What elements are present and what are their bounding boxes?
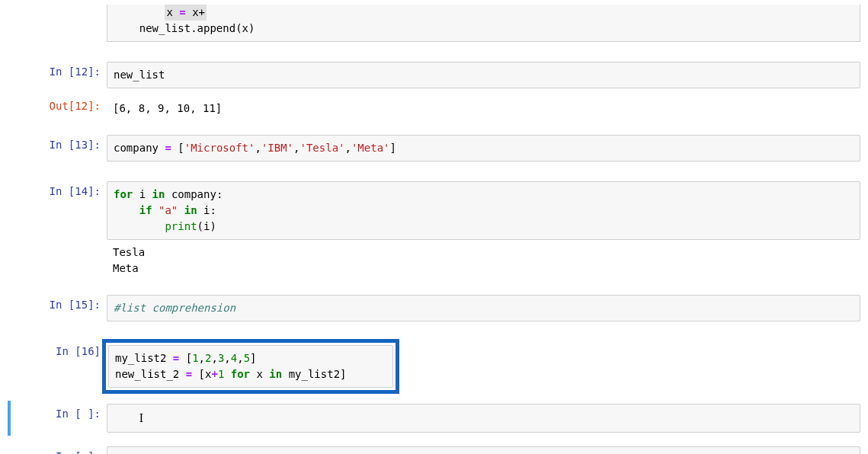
input-prompt: In [12]: <box>8 62 107 88</box>
input-prompt: In [ ]: <box>12 404 107 433</box>
output-cell-12: Out[12]: [6, 8, 9, 10, 11] <box>8 93 860 124</box>
code-input-area[interactable]: company = ['Microsoft','IBM','Tesla','Me… <box>107 135 860 161</box>
code-cell-partial: x = x+ new_list.append(x) <box>8 2 860 45</box>
cell-body: new_list <box>107 62 860 88</box>
cell-body: #list comprehension <box>107 295 860 321</box>
code-input-area[interactable]: new_list <box>107 62 860 88</box>
code-input-area[interactable]: for i in company: if "a" in i: print(i) <box>107 181 860 240</box>
code-input-area[interactable]: my_list2 = [1,2,3,4,5] new_list_2 = [x+1… <box>108 345 393 388</box>
input-prompt: In [14]: <box>8 181 107 281</box>
cell-body: company = ['Microsoft','IBM','Tesla','Me… <box>107 135 860 161</box>
notebook-container: x = x+ new_list.append(x) In [12]: new_l… <box>0 2 868 454</box>
cell-body: for i in company: if "a" in i: print(i) … <box>107 181 860 281</box>
cell-body: [6, 8, 9, 10, 11] <box>107 96 860 121</box>
code-cell-13: In [13]: company = ['Microsoft','IBM','T… <box>8 132 860 165</box>
code-cell-empty[interactable]: In [ ]: <box>8 443 860 454</box>
code-cell-14: In [14]: for i in company: if "a" in i: … <box>8 178 860 284</box>
cell-body <box>107 446 860 454</box>
text-cursor-icon: I <box>139 409 143 427</box>
code-input-area[interactable] <box>107 446 860 454</box>
cell-body: I <box>107 404 860 433</box>
input-prompt: In [16] <box>8 341 107 392</box>
prompt-area <box>8 5 107 42</box>
cell-body: x = x+ new_list.append(x) <box>107 5 860 42</box>
code-cell-12: In [12]: new_list <box>8 59 860 91</box>
code-input-area[interactable]: #list comprehension <box>107 295 860 321</box>
output-text: [6, 8, 9, 10, 11] <box>107 96 860 121</box>
input-prompt: In [ ]: <box>8 446 107 454</box>
code-cell-16: In [16] my_list2 = [1,2,3,4,5] new_list_… <box>8 338 860 395</box>
code-input-area[interactable]: I <box>107 404 860 433</box>
code-text: new_list <box>114 69 165 81</box>
code-cell-15: In [15]: #list comprehension <box>8 292 860 325</box>
stdout-output: Tesla Meta <box>107 240 860 281</box>
cell-body: my_list2 = [1,2,3,4,5] new_list_2 = [x+1… <box>107 341 860 392</box>
input-prompt: In [15]: <box>8 295 107 321</box>
input-prompt: In [13]: <box>8 135 107 161</box>
output-prompt: Out[12]: <box>8 96 107 121</box>
highlighted-fragment: x = x+ <box>165 5 207 21</box>
code-cell-empty-selected[interactable]: In [ ]: I <box>8 401 860 436</box>
code-comment: #list comprehension <box>114 302 235 314</box>
code-input-area[interactable]: x = x+ new_list.append(x) <box>107 5 860 42</box>
